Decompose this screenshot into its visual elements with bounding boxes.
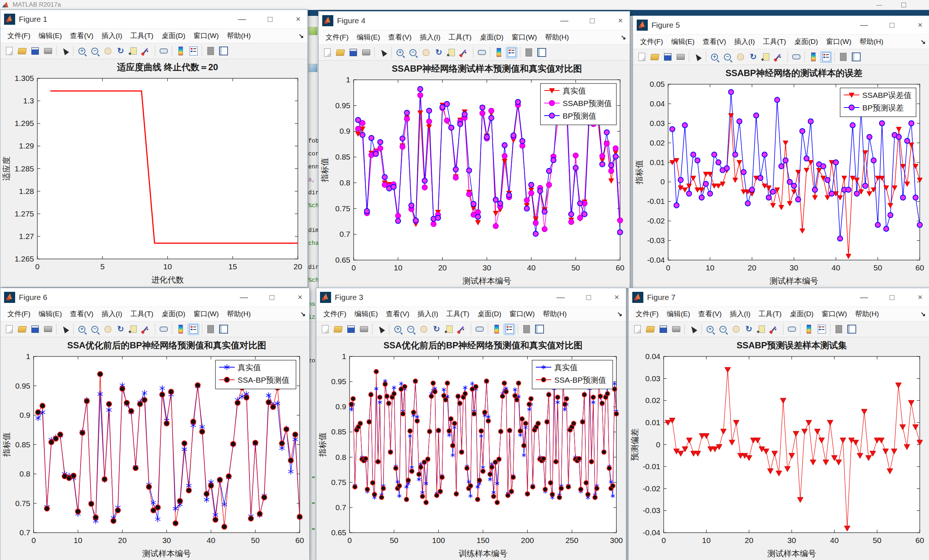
hide-plot-tools-icon[interactable] xyxy=(837,51,849,63)
zoom-out-icon[interactable]: − xyxy=(89,324,101,335)
menu-window[interactable]: 窗口(W) xyxy=(510,309,535,319)
save-figure-icon[interactable] xyxy=(345,324,357,335)
hide-plot-tools-icon[interactable] xyxy=(523,47,534,58)
menu-edit[interactable]: 编辑(E) xyxy=(38,309,62,319)
minimize-button[interactable]: — xyxy=(238,292,250,302)
print-figure-icon[interactable] xyxy=(358,324,369,335)
brush-data-icon[interactable]: ▾ xyxy=(457,324,468,335)
show-plot-tools-icon[interactable] xyxy=(850,51,862,63)
figure-canvas[interactable]: 051015201.2651.271.2751.281.2851.291.295… xyxy=(0,59,307,287)
pan-icon[interactable] xyxy=(734,51,746,63)
link-plot-icon[interactable] xyxy=(474,324,485,335)
menu-insert[interactable]: 插入(I) xyxy=(102,31,122,41)
menu-help[interactable]: 帮助(H) xyxy=(855,309,879,319)
insert-colorbar-icon[interactable] xyxy=(491,324,502,335)
save-figure-icon[interactable] xyxy=(29,46,41,57)
menu-window[interactable]: 窗口(W) xyxy=(512,32,537,42)
menu-file[interactable]: 文件(F) xyxy=(323,309,346,319)
open-file-icon[interactable] xyxy=(16,324,28,335)
dock-figure-arrow-icon[interactable]: ↘ xyxy=(617,310,622,318)
close-button[interactable]: × xyxy=(915,20,926,30)
minimize-button[interactable]: — xyxy=(559,16,570,26)
menu-file[interactable]: 文件(F) xyxy=(8,31,30,41)
menu-tools[interactable]: 工具(T) xyxy=(446,309,469,319)
minimize-button[interactable]: — xyxy=(858,20,869,30)
menu-edit[interactable]: 编辑(E) xyxy=(354,309,378,319)
print-figure-icon[interactable] xyxy=(42,324,54,335)
menu-view[interactable]: 查看(V) xyxy=(386,309,409,319)
save-figure-icon[interactable] xyxy=(29,324,41,335)
zoom-out-icon[interactable]: − xyxy=(89,46,101,57)
new-figure-icon[interactable] xyxy=(3,46,15,57)
rotate-3d-icon[interactable]: ↻ xyxy=(431,324,442,335)
link-plot-icon[interactable] xyxy=(158,324,169,335)
menu-edit[interactable]: 编辑(E) xyxy=(357,32,380,42)
link-plot-icon[interactable] xyxy=(158,46,169,57)
menu-help[interactable]: 帮助(H) xyxy=(860,37,883,47)
close-button[interactable]: × xyxy=(615,16,626,26)
minimize-button[interactable]: — xyxy=(236,14,248,24)
menu-tools[interactable]: 工具(T) xyxy=(130,309,153,319)
close-button[interactable]: × xyxy=(294,292,306,302)
menu-desktop[interactable]: 桌面(D) xyxy=(480,32,503,42)
menu-view[interactable]: 查看(V) xyxy=(703,37,726,47)
hide-plot-tools-icon[interactable] xyxy=(833,324,845,335)
insert-colorbar-icon[interactable] xyxy=(493,47,504,58)
figure-canvas[interactable]: 0102030405060-0.04-0.03-0.02-0.0100.010.… xyxy=(633,65,929,288)
brush-data-icon[interactable]: ▾ xyxy=(769,324,780,335)
data-cursor-icon[interactable] xyxy=(128,46,140,57)
maximize-button[interactable]: □ xyxy=(886,292,898,302)
open-file-icon[interactable] xyxy=(16,46,28,57)
link-plot-icon[interactable] xyxy=(786,324,797,335)
menu-tools[interactable]: 工具(T) xyxy=(130,31,153,41)
menu-insert[interactable]: 插入(I) xyxy=(418,309,438,319)
edit-plot-cursor-icon[interactable] xyxy=(377,47,389,58)
edit-plot-cursor-icon[interactable] xyxy=(692,51,703,63)
menu-tools[interactable]: 工具(T) xyxy=(759,309,782,319)
insert-legend-icon[interactable] xyxy=(506,47,517,58)
figure-titlebar[interactable]: Figure 7—□× xyxy=(629,288,929,307)
menu-tools[interactable]: 工具(T) xyxy=(763,37,786,47)
close-button[interactable]: × xyxy=(915,292,926,302)
insert-colorbar-icon[interactable] xyxy=(175,46,186,57)
rotate-3d-icon[interactable]: ↻ xyxy=(433,47,445,58)
figure-titlebar[interactable]: Figure 5—□× xyxy=(633,16,929,35)
data-cursor-icon[interactable] xyxy=(444,324,455,335)
zoom-in-icon[interactable]: + xyxy=(704,324,716,335)
print-figure-icon[interactable] xyxy=(42,46,54,57)
brush-data-icon[interactable]: ▾ xyxy=(459,47,471,58)
open-file-icon[interactable] xyxy=(332,324,344,335)
menu-desktop[interactable]: 桌面(D) xyxy=(161,309,185,319)
show-plot-tools-icon[interactable] xyxy=(218,46,229,57)
insert-colorbar-icon[interactable] xyxy=(803,324,814,335)
maximize-button[interactable]: □ xyxy=(587,16,598,26)
menu-file[interactable]: 文件(F) xyxy=(325,32,348,42)
open-file-icon[interactable] xyxy=(644,324,656,335)
new-figure-icon[interactable] xyxy=(319,324,331,335)
menu-view[interactable]: 查看(V) xyxy=(698,309,722,319)
dock-figure-arrow-icon[interactable]: ↘ xyxy=(920,38,926,46)
maximize-button[interactable]: □ xyxy=(267,292,277,302)
hide-plot-tools-icon[interactable] xyxy=(521,324,532,335)
insert-legend-icon[interactable] xyxy=(504,324,515,335)
menu-window[interactable]: 窗口(W) xyxy=(194,31,219,41)
edit-plot-cursor-icon[interactable] xyxy=(59,324,71,335)
menu-edit[interactable]: 编辑(E) xyxy=(38,31,62,41)
chart-legend[interactable]: 真实值SSA-BP预测值 xyxy=(532,360,613,389)
open-file-icon[interactable] xyxy=(649,51,660,63)
zoom-in-icon[interactable]: + xyxy=(76,324,87,335)
zoom-in-icon[interactable]: + xyxy=(394,47,406,58)
dock-figure-arrow-icon[interactable]: ↘ xyxy=(300,310,306,318)
minimize-button[interactable]: — xyxy=(555,292,566,302)
menu-help[interactable]: 帮助(H) xyxy=(543,309,567,319)
menu-insert[interactable]: 插入(I) xyxy=(734,37,755,47)
chart-legend[interactable]: 真实值SSA-BP预测值 xyxy=(215,360,296,389)
print-figure-icon[interactable] xyxy=(360,47,372,58)
menu-view[interactable]: 查看(V) xyxy=(388,32,412,42)
zoom-out-icon[interactable]: − xyxy=(717,324,729,335)
zoom-out-icon[interactable]: − xyxy=(407,47,419,58)
zoom-in-icon[interactable]: + xyxy=(709,51,720,63)
print-figure-icon[interactable] xyxy=(675,51,686,63)
link-plot-icon[interactable] xyxy=(476,47,487,58)
os-restore-button[interactable] xyxy=(897,1,910,9)
